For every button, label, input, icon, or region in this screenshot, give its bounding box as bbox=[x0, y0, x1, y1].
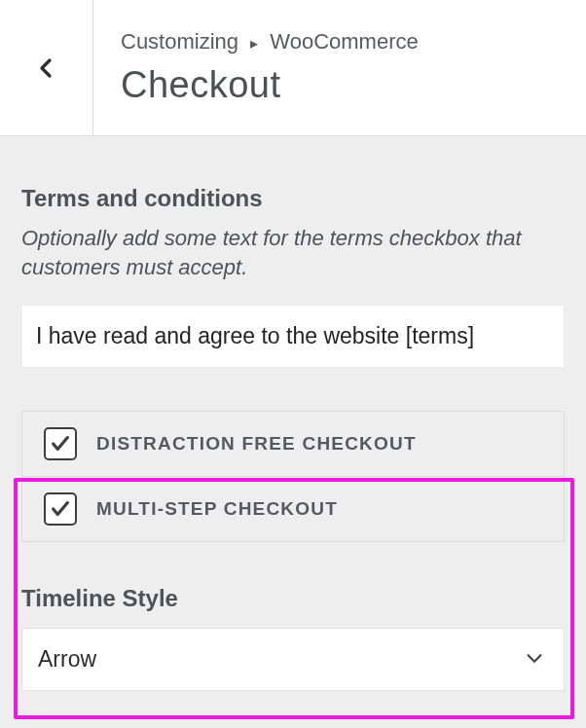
terms-heading: Terms and conditions bbox=[21, 185, 565, 212]
timeline-select-wrapper bbox=[21, 628, 565, 691]
back-button[interactable] bbox=[0, 0, 93, 135]
customizer-header: Customizing ▸ WooCommerce Checkout bbox=[0, 0, 586, 136]
terms-description: Optionally add some text for the terms c… bbox=[21, 224, 565, 281]
breadcrumb-current: WooCommerce bbox=[270, 29, 418, 54]
breadcrumb-separator-icon: ▸ bbox=[250, 35, 258, 52]
header-text: Customizing ▸ WooCommerce Checkout bbox=[93, 0, 586, 135]
multi-step-checkbox[interactable] bbox=[44, 492, 77, 526]
multi-step-label: MULTI-STEP CHECKOUT bbox=[96, 498, 338, 520]
breadcrumb: Customizing ▸ WooCommerce bbox=[121, 29, 559, 55]
checkout-options-group: DISTRACTION FREE CHECKOUT MULTI-STEP CHE… bbox=[21, 411, 565, 542]
timeline-label: Timeline Style bbox=[21, 585, 565, 612]
check-icon bbox=[50, 433, 71, 455]
distraction-free-label: DISTRACTION FREE CHECKOUT bbox=[96, 433, 417, 455]
timeline-style-select[interactable] bbox=[21, 628, 565, 691]
terms-text-input[interactable] bbox=[21, 305, 565, 368]
content-panel: Terms and conditions Optionally add some… bbox=[0, 136, 586, 691]
check-icon bbox=[50, 498, 71, 520]
breadcrumb-prefix: Customizing bbox=[121, 29, 238, 54]
chevron-left-icon bbox=[35, 56, 58, 80]
distraction-free-row: DISTRACTION FREE CHECKOUT bbox=[22, 412, 564, 476]
distraction-free-checkbox[interactable] bbox=[44, 427, 77, 460]
page-title: Checkout bbox=[121, 64, 559, 106]
timeline-section: Timeline Style bbox=[21, 585, 565, 691]
multi-step-row: MULTI-STEP CHECKOUT bbox=[22, 476, 564, 541]
